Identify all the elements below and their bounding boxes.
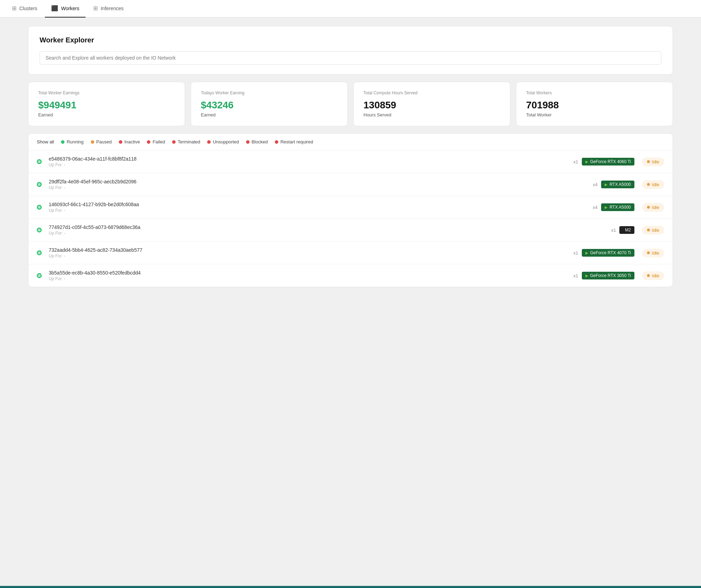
- worker-status-dot: [37, 182, 42, 187]
- worker-id: e5486379-06ac-434e-a11f-fc8bf8f2a118: [49, 156, 573, 162]
- table-row[interactable]: 146093cf-66c1-4127-b92b-be2d0fc608aa Up …: [28, 196, 673, 219]
- table-row[interactable]: 3b5a55de-ec8b-4a30-8550-e520fedbcdd4 Up …: [28, 264, 673, 287]
- gpu-count: x1: [611, 228, 616, 233]
- filter-restart-required[interactable]: Restart required: [275, 139, 313, 144]
- filter-running-label: Running: [67, 139, 83, 144]
- filter-unsupported[interactable]: Unsupported: [207, 139, 239, 144]
- terminated-dot: [172, 140, 176, 144]
- stat-compute-hours: Total Compute Hours Served 130859 Hours …: [353, 82, 510, 126]
- table-row[interactable]: 774927d1-c05f-4c55-a073-6879d68ec36a Up …: [28, 219, 673, 242]
- idle-dot: [647, 206, 650, 209]
- idle-label: Idle: [652, 182, 659, 187]
- table-row[interactable]: 29dff2fa-4e08-45ef-965c-aecb2b9d2096 Up …: [28, 173, 673, 196]
- worker-uptime: Up For: -: [49, 231, 611, 236]
- idle-label: Idle: [652, 228, 659, 233]
- gpu-name: RTX A5000: [610, 205, 631, 210]
- worker-uptime: Up For: -: [49, 208, 593, 213]
- filter-row: Show all Running Paused Inactive Failed …: [28, 134, 673, 150]
- stat-compute-hours-label: Total Compute Hours Served: [363, 90, 500, 95]
- stat-total-earnings-label: Total Worker Earnings: [38, 90, 175, 95]
- worker-status-dot: [37, 159, 42, 164]
- worker-gpu: x1 ▶ GeForce RTX 3050 Ti Idle: [573, 271, 664, 280]
- worker-info: 732aadd4-5bb4-4625-ac82-734a30aeb577 Up …: [49, 247, 573, 258]
- filter-show-all[interactable]: Show all: [37, 139, 54, 144]
- gpu-count: x4: [593, 205, 598, 210]
- worker-uptime: Up For: -: [49, 162, 573, 167]
- idle-badge: Idle: [642, 180, 664, 189]
- workers-list: e5486379-06ac-434e-a11f-fc8bf8f2a118 Up …: [28, 150, 673, 287]
- gpu-name: RTX A5000: [610, 182, 631, 187]
- worker-uptime: Up For: -: [49, 276, 573, 281]
- tab-workers-label: Workers: [61, 6, 79, 11]
- gpu-badge: ▶ GeForce RTX 4070 Ti: [582, 249, 635, 257]
- worker-uptime: Up For: -: [49, 254, 573, 258]
- worker-search-input[interactable]: [40, 51, 661, 65]
- gpu-badge: ▶ RTX A5000: [601, 181, 634, 188]
- stat-total-earnings-value: $949491: [38, 100, 175, 111]
- idle-label: Idle: [652, 205, 659, 210]
- gpu-name: GeForce RTX 4070 Ti: [590, 250, 631, 255]
- failed-dot: [147, 140, 150, 144]
- worker-uptime: Up For: -: [49, 185, 593, 190]
- worker-info: 3b5a55de-ec8b-4a30-8550-e520fedbcdd4 Up …: [49, 270, 573, 281]
- inactive-dot: [119, 140, 122, 144]
- tab-clusters[interactable]: ⊞ Clusters: [6, 0, 43, 18]
- idle-label: Idle: [652, 273, 659, 278]
- filter-terminated[interactable]: Terminated: [172, 139, 200, 144]
- running-dot: [61, 140, 64, 144]
- idle-dot: [647, 251, 650, 254]
- stat-total-earnings-sublabel: Earned: [38, 112, 175, 117]
- stat-total-workers: Total Workers 701988 Total Worker: [516, 82, 673, 126]
- stat-total-workers-value: 701988: [526, 100, 663, 111]
- filter-paused[interactable]: Paused: [91, 139, 112, 144]
- filter-blocked-label: Blocked: [252, 139, 268, 144]
- worker-id: 3b5a55de-ec8b-4a30-8550-e520fedbcdd4: [49, 270, 573, 276]
- filter-inactive[interactable]: Inactive: [119, 139, 140, 144]
- filter-blocked[interactable]: Blocked: [246, 139, 268, 144]
- worker-explorer-card: Worker Explorer: [28, 26, 673, 75]
- idle-badge: Idle: [642, 157, 664, 166]
- worker-id: 732aadd4-5bb4-4625-ac82-734a30aeb577: [49, 247, 573, 253]
- stat-todays-earnings: Todays Worker Earning $43246 Earned: [191, 82, 348, 126]
- filter-unsupported-label: Unsupported: [213, 139, 239, 144]
- filter-failed[interactable]: Failed: [147, 139, 165, 144]
- filter-terminated-label: Terminated: [178, 139, 200, 144]
- table-row[interactable]: 732aadd4-5bb4-4625-ac82-734a30aeb577 Up …: [28, 242, 673, 264]
- gpu-badge: ▶ GeForce RTX 4060 Ti: [582, 158, 635, 165]
- idle-label: Idle: [652, 250, 659, 256]
- filter-running[interactable]: Running: [61, 139, 83, 144]
- worker-explorer-title: Worker Explorer: [40, 36, 661, 44]
- idle-badge: Idle: [642, 249, 664, 257]
- idle-badge: Idle: [642, 226, 664, 235]
- gpu-count: x4: [593, 182, 598, 187]
- gpu-badge: ▶ RTX A5000: [601, 203, 634, 211]
- tab-workers[interactable]: ⬛ Workers: [45, 0, 86, 18]
- stat-total-earnings: Total Worker Earnings $949491 Earned: [28, 82, 185, 126]
- stats-row: Total Worker Earnings $949491 Earned Tod…: [28, 82, 673, 126]
- filter-paused-label: Paused: [96, 139, 112, 144]
- nvidia-icon: ▶: [605, 182, 607, 187]
- worker-info: 774927d1-c05f-4c55-a073-6879d68ec36a Up …: [49, 224, 611, 236]
- worker-id: 29dff2fa-4e08-45ef-965c-aecb2b9d2096: [49, 179, 593, 184]
- gpu-badge-apple: M2: [619, 226, 634, 234]
- filter-restart-required-label: Restart required: [280, 139, 313, 144]
- tab-inferences[interactable]: ⊞ Inferences: [87, 0, 130, 18]
- workers-icon: ⬛: [51, 5, 58, 12]
- worker-gpu: x1 M2 Idle: [611, 226, 664, 235]
- idle-badge: Idle: [642, 271, 664, 280]
- gpu-count: x1: [573, 273, 578, 278]
- restart-required-dot: [275, 140, 278, 144]
- worker-status-dot: [37, 228, 42, 232]
- paused-dot: [91, 140, 94, 144]
- idle-badge: Idle: [642, 203, 664, 212]
- worker-id: 146093cf-66c1-4127-b92b-be2d0fc608aa: [49, 202, 593, 207]
- worker-status-dot: [37, 273, 42, 278]
- main-content: Worker Explorer Total Worker Earnings $9…: [0, 18, 701, 296]
- unsupported-dot: [207, 140, 211, 144]
- table-row[interactable]: e5486379-06ac-434e-a11f-fc8bf8f2a118 Up …: [28, 150, 673, 173]
- worker-id: 774927d1-c05f-4c55-a073-6879d68ec36a: [49, 224, 611, 230]
- tab-clusters-label: Clusters: [19, 6, 37, 11]
- stat-todays-earnings-value: $43246: [201, 100, 338, 111]
- idle-dot: [647, 229, 650, 231]
- filter-inactive-label: Inactive: [124, 139, 140, 144]
